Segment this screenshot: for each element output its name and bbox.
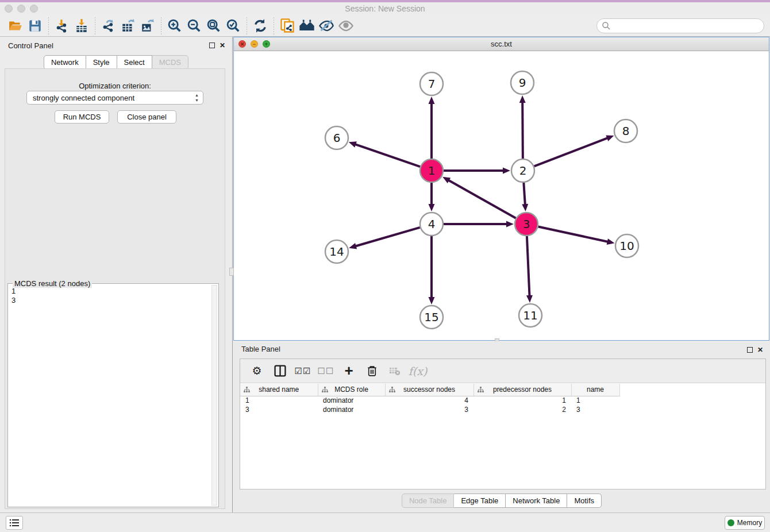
svg-text:6: 6 [333,131,341,145]
edge-2-3[interactable] [523,183,525,205]
table-cell[interactable]: dominator [318,405,385,414]
zoom-in-icon[interactable] [165,17,184,34]
network-graph-canvas[interactable]: 1234678910111415 [234,51,769,340]
table-cell[interactable]: 3 [240,405,318,414]
table-cell[interactable]: 1 [240,396,318,405]
mcds-result-scrollbar[interactable] [211,285,217,506]
node-table[interactable]: shared nameMCDS rolesuccessor nodesprede… [240,384,620,414]
arrowhead-icon [506,221,514,228]
task-history-button[interactable] [6,516,23,530]
table-cell[interactable]: 3 [571,405,619,414]
graph-node-8[interactable]: 8 [614,119,637,142]
zoom-selected-icon[interactable] [224,17,243,34]
table-cell[interactable]: dominator [318,396,385,405]
clone-network-icon[interactable] [278,17,297,34]
home-view-icon[interactable] [297,17,317,34]
arrowhead-icon [429,204,435,211]
search-input[interactable] [596,18,764,33]
graph-node-3[interactable]: 3 [515,213,538,236]
tab-network-table[interactable]: Network Table [506,494,567,508]
status-bar: Memory [0,512,770,532]
mcds-result-text[interactable]: 1 3 [11,287,209,504]
graph-node-14[interactable]: 14 [325,240,348,263]
graph-node-1[interactable]: 1 [420,159,443,182]
import-network-icon[interactable] [52,17,72,34]
toolbar-separator [247,17,247,34]
deselect-all-icon[interactable]: ☐☐ [318,364,333,379]
table-cell[interactable]: 1 [571,396,619,405]
graph-node-11[interactable]: 11 [519,304,542,327]
edge-4-14[interactable] [355,228,420,246]
table-row[interactable]: 1dominator411 [240,396,619,405]
graph-node-9[interactable]: 9 [511,71,534,94]
function-builder-icon: f(x) [410,364,425,379]
svg-text:9: 9 [519,76,526,90]
edge-3-11[interactable] [527,236,530,296]
column-header-predecessor-nodes[interactable]: predecessor nodes [473,384,571,396]
zoom-out-icon[interactable] [184,17,204,34]
run-mcds-button[interactable]: Run MCDS [55,110,109,124]
float-panel-icon[interactable] [209,43,215,48]
tab-select[interactable]: Select [117,55,152,70]
arrowhead-icon [607,238,615,245]
show-all-icon[interactable] [336,17,356,34]
tab-style[interactable]: Style [86,55,117,70]
column-header-shared-name[interactable]: shared name [240,384,318,396]
tab-node-table[interactable]: Node Table [402,494,455,508]
edge-3-1[interactable] [448,180,516,218]
refresh-layout-icon[interactable] [251,17,270,34]
graph-node-10[interactable]: 10 [615,234,638,257]
edge-3-10[interactable] [538,226,609,242]
criterion-select[interactable]: strongly connected component ▲▼ [26,91,203,105]
settings-gear-icon[interactable]: ⚙ [249,364,264,379]
save-session-icon[interactable] [25,17,45,34]
edge-2-9[interactable] [522,102,523,159]
window-title: Session: New Session [0,4,770,13]
list-icon [9,519,20,527]
add-column-icon[interactable]: + [341,364,356,379]
arrowhead-icon [503,168,510,174]
table-cell[interactable]: 3 [385,405,473,414]
toolbar-separator [161,17,161,34]
hide-selected-icon[interactable] [317,17,336,34]
open-session-icon[interactable] [6,17,25,34]
export-network-icon[interactable] [99,17,118,34]
table-toolbar: ⚙ ☑☑ ☐☐ + f(x) [240,359,765,383]
table-cell[interactable]: 2 [473,405,571,414]
close-panel-icon[interactable]: ✕ [757,346,763,354]
tab-edge-table[interactable]: Edge Table [454,494,506,508]
export-image-icon[interactable] [138,17,157,34]
tab-motifs[interactable]: Motifs [567,494,602,508]
network-window-titlebar[interactable]: ✕ − + scc.txt [234,37,769,51]
column-header-name[interactable]: name [571,384,619,396]
delete-table-icon [387,364,402,379]
column-header-successor-nodes[interactable]: successor nodes [385,384,473,396]
import-table-icon[interactable] [72,17,91,34]
column-header-MCDS-role[interactable]: MCDS role [318,384,385,396]
graph-node-4[interactable]: 4 [420,213,443,236]
vertical-splitter-grip[interactable] [229,268,234,276]
zoom-fit-icon[interactable] [204,17,224,34]
memory-button[interactable]: Memory [725,516,765,530]
graph-node-7[interactable]: 7 [420,72,443,95]
tab-network[interactable]: Network [44,55,86,70]
edge-1-6[interactable] [355,144,420,167]
float-panel-icon[interactable] [747,347,753,353]
edge-2-8[interactable] [534,138,609,167]
toolbar-separator [95,17,95,34]
svg-text:4: 4 [428,217,436,231]
select-all-icon[interactable]: ☑☑ [295,364,310,379]
graph-node-6[interactable]: 6 [325,126,348,149]
graph-node-2[interactable]: 2 [511,159,534,182]
delete-column-icon[interactable] [364,364,379,379]
tab-mcds[interactable]: MCDS [152,55,188,70]
table-cell[interactable]: 1 [473,396,571,405]
table-cell[interactable]: 4 [385,396,473,405]
export-table-icon[interactable] [118,17,138,34]
close-panel-icon[interactable]: ✕ [220,41,225,49]
graph-node-15[interactable]: 15 [420,306,443,329]
optimization-criterion-label: Optimization criterion: [5,82,225,90]
table-row[interactable]: 3dominator323 [240,405,619,414]
column-layout-icon[interactable] [272,364,287,379]
close-panel-button[interactable]: Close panel [117,110,176,124]
